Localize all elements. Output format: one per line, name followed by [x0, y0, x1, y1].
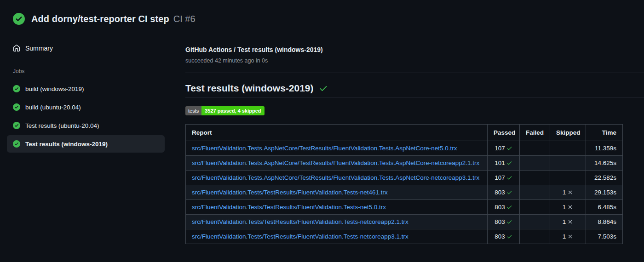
col-header-passed: Passed — [488, 125, 520, 141]
check-circle-icon — [13, 13, 25, 25]
skipped-cell: 1 — [550, 229, 586, 244]
report-link[interactable]: src/FluentValidation.Tests/TestResults/F… — [192, 189, 388, 196]
table-row: src/FluentValidation.Tests/TestResults/F… — [186, 185, 623, 200]
check-circle-icon — [13, 103, 20, 111]
sidebar-job-item[interactable]: build (windows-2019) — [7, 80, 165, 97]
run-number: CI #6 — [173, 14, 196, 24]
passed-cell: 803 — [488, 229, 520, 244]
run-header: Add dorny/test-reporter CI step CI #6 — [0, 0, 644, 25]
time-cell: 29.153s — [586, 185, 623, 200]
passed-cell-value: 803 — [494, 204, 505, 211]
sidebar-job-item[interactable]: Test results (ubuntu-20.04) — [7, 117, 165, 134]
job-label: Test results (windows-2019) — [25, 141, 108, 148]
report-cell: src/FluentValidation.Tests/TestResults/F… — [186, 229, 488, 244]
report-cell: src/FluentValidation.Tests.AspNetCore/Te… — [186, 171, 488, 185]
check-icon — [506, 160, 512, 166]
skipped-cell — [550, 171, 586, 185]
table-row: src/FluentValidation.Tests/TestResults/F… — [186, 200, 623, 215]
check-icon — [506, 189, 512, 195]
skipped-cell: 1 — [550, 200, 586, 215]
check-icon — [506, 204, 512, 210]
passed-cell: 803 — [488, 185, 520, 200]
results-table: Report Passed Failed Skipped Time src/Fl… — [185, 124, 623, 244]
badge-label: tests — [185, 106, 201, 115]
passed-cell-value: 107 — [494, 145, 505, 152]
skipped-cell: 1 — [550, 185, 586, 200]
failed-cell — [520, 200, 550, 215]
check-icon — [506, 145, 512, 151]
report-link[interactable]: src/FluentValidation.Tests/TestResults/F… — [192, 204, 386, 211]
check-icon — [506, 234, 512, 239]
failed-cell — [520, 141, 550, 156]
table-row: src/FluentValidation.Tests.AspNetCore/Te… — [186, 141, 623, 156]
sidebar-item-summary[interactable]: Summary — [13, 44, 174, 53]
job-label: Test results (ubuntu-20.04) — [25, 122, 99, 129]
failed-cell — [520, 171, 550, 185]
passed-cell: 101 — [488, 156, 520, 171]
col-header-report: Report — [186, 125, 488, 141]
col-header-time: Time — [586, 125, 623, 141]
sidebar-job-item[interactable]: Test results (windows-2019) — [7, 135, 165, 153]
check-run-header: GitHub Actions / Test results (windows-2… — [185, 45, 644, 73]
table-row: src/FluentValidation.Tests.AspNetCore/Te… — [186, 156, 623, 171]
skipped-cell-value: 1 — [563, 189, 566, 196]
check-circle-icon — [13, 122, 20, 129]
failed-cell — [520, 215, 550, 229]
passed-cell: 107 — [488, 171, 520, 185]
failed-cell — [520, 156, 550, 171]
check-run-status: succeeded 42 minutes ago in 0s — [185, 57, 644, 65]
tests-badge: tests 3527 passed, 4 skipped — [185, 106, 264, 115]
table-row: src/FluentValidation.Tests/TestResults/F… — [186, 215, 623, 229]
main-content: GitHub Actions / Test results (windows-2… — [185, 25, 644, 244]
report-link[interactable]: src/FluentValidation.Tests/TestResults/F… — [192, 218, 408, 225]
passed-cell-value: 803 — [494, 218, 505, 225]
home-icon — [13, 45, 20, 52]
badge-row: tests 3527 passed, 4 skipped — [185, 106, 644, 115]
skipped-cell: 1 — [550, 215, 586, 229]
skipped-cell-value: 1 — [563, 233, 566, 240]
report-link[interactable]: src/FluentValidation.Tests.AspNetCore/Te… — [192, 145, 457, 152]
time-cell: 11.359s — [586, 141, 623, 156]
report-cell: src/FluentValidation.Tests/TestResults/F… — [186, 215, 488, 229]
passed-cell-value: 803 — [494, 233, 505, 240]
skipped-cell-value: 1 — [563, 218, 566, 225]
report-link[interactable]: src/FluentValidation.Tests.AspNetCore/Te… — [192, 174, 479, 181]
failed-cell — [520, 229, 550, 244]
badge-value: 3527 passed, 4 skipped — [201, 106, 264, 115]
job-label: build (windows-2019) — [25, 85, 84, 92]
report-link[interactable]: src/FluentValidation.Tests.AspNetCore/Te… — [192, 159, 479, 166]
passed-cell: 803 — [488, 200, 520, 215]
check-icon — [506, 175, 512, 181]
jobs-section-label: Jobs — [13, 68, 174, 74]
time-cell: 8.864s — [586, 215, 623, 229]
report-cell: src/FluentValidation.Tests.AspNetCore/Te… — [186, 156, 488, 171]
check-circle-icon — [13, 85, 20, 92]
x-icon — [567, 219, 573, 225]
time-cell: 6.485s — [586, 200, 623, 215]
report-cell: src/FluentValidation.Tests.AspNetCore/Te… — [186, 141, 488, 156]
passed-cell: 803 — [488, 215, 520, 229]
section-title: Test results (windows-2019) — [185, 82, 314, 94]
time-cell: 14.625s — [586, 156, 623, 171]
passed-cell-value: 101 — [494, 159, 505, 166]
skipped-cell-value: 1 — [563, 204, 566, 211]
passed-cell-value: 107 — [494, 174, 505, 181]
passed-cell: 107 — [488, 141, 520, 156]
report-link[interactable]: src/FluentValidation.Tests/TestResults/F… — [192, 233, 408, 240]
x-icon — [567, 204, 573, 210]
skipped-cell — [550, 141, 586, 156]
x-icon — [567, 189, 573, 195]
job-label: build (ubuntu-20.04) — [25, 104, 81, 111]
check-run-title: GitHub Actions / Test results (windows-2… — [185, 45, 644, 54]
sidebar-job-item[interactable]: build (ubuntu-20.04) — [7, 98, 165, 116]
table-row: src/FluentValidation.Tests.AspNetCore/Te… — [186, 171, 623, 185]
page-layout: Summary Jobs build (windows-2019)build (… — [0, 25, 644, 244]
time-cell: 7.503s — [586, 229, 623, 244]
skipped-cell — [550, 156, 586, 171]
report-cell: src/FluentValidation.Tests/TestResults/F… — [186, 200, 488, 215]
table-row: src/FluentValidation.Tests/TestResults/F… — [186, 229, 623, 244]
section-heading: Test results (windows-2019) — [185, 82, 644, 97]
summary-label: Summary — [25, 45, 53, 52]
table-header-row: Report Passed Failed Skipped Time — [186, 125, 623, 141]
col-header-failed: Failed — [520, 125, 550, 141]
